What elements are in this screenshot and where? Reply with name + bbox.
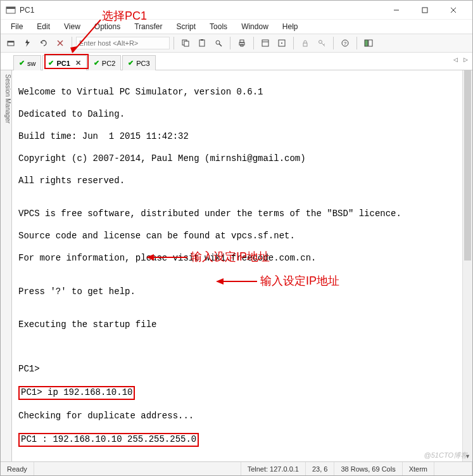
quick-connect-input[interactable]	[76, 37, 170, 49]
tab-label: PC3	[136, 60, 149, 67]
print-icon[interactable]	[234, 35, 249, 51]
check-icon: ✔	[48, 59, 54, 67]
svg-rect-30	[369, 40, 372, 46]
paste-icon[interactable]	[194, 35, 210, 51]
quick-connect-icon[interactable]	[20, 35, 35, 51]
tab-pc1[interactable]: ✔PC1✕	[42, 55, 86, 70]
app-icon	[6, 5, 16, 15]
terminal-prompt: PC1>	[18, 364, 456, 375]
tab-sw[interactable]: ✔sw	[13, 55, 41, 70]
svg-point-22	[281, 42, 282, 44]
properties-icon[interactable]	[258, 35, 273, 51]
key-icon[interactable]	[314, 35, 329, 51]
watermark: @51CTO博客	[424, 451, 467, 460]
terminal-line: Executing the startup file	[18, 319, 456, 331]
find-icon[interactable]	[211, 35, 226, 51]
menu-options[interactable]: Options	[88, 21, 127, 32]
terminal-line: All rights reserved.	[18, 176, 456, 187]
session-manager-sidebar[interactable]: Session Manager	[1, 70, 12, 461]
status-size: 38 Rows, 69 Cols	[334, 462, 402, 475]
terminal-line: For more information, please visit wiki.…	[18, 253, 456, 264]
tab-pc2[interactable]: ✔PC2	[88, 55, 121, 70]
highlighted-command: PC1> ip 192.168.10.10	[18, 386, 135, 400]
menu-view[interactable]: View	[58, 21, 87, 32]
status-cursor: 23, 6	[306, 462, 334, 475]
menu-file[interactable]: File	[4, 21, 29, 32]
reconnect-icon[interactable]	[36, 35, 51, 51]
status-telnet: Telnet: 127.0.0.1	[241, 462, 306, 475]
terminal-line: Press '?' to get help.	[18, 286, 456, 298]
scroll-thumb[interactable]	[464, 70, 471, 261]
svg-rect-3	[422, 8, 427, 13]
toolbar: ?	[1, 34, 472, 53]
check-icon: ✔	[128, 59, 134, 67]
tabbar: ✔sw ✔PC1✕ ✔PC2 ✔PC3 ◁ ▷	[1, 53, 472, 70]
terminal-line	[18, 458, 456, 461]
svg-rect-12	[199, 40, 205, 46]
tab-label: sw	[27, 60, 35, 67]
tab-label: PC2	[102, 60, 115, 67]
check-icon: ✔	[19, 59, 25, 67]
svg-rect-7	[8, 41, 14, 42]
main-area: Session Manager Welcome to Virtual PC Si…	[1, 70, 472, 461]
svg-point-24	[319, 41, 322, 44]
status-ready: Ready	[1, 462, 34, 475]
terminal[interactable]: Welcome to Virtual PC Simulator, version…	[12, 70, 462, 461]
menu-help[interactable]: Help	[276, 21, 305, 32]
titlebar: PC1	[1, 1, 472, 20]
svg-line-25	[322, 43, 325, 46]
settings-icon[interactable]	[274, 35, 289, 51]
svg-line-26	[324, 44, 325, 45]
terminal-line: Dedicated to Daling.	[18, 109, 456, 120]
connect-icon[interactable]	[3, 35, 18, 51]
terminal-line: VPCS is free software, distributed under…	[18, 209, 456, 220]
menubar: File Edit View Options Transfer Script T…	[1, 20, 472, 34]
vertical-scrollbar[interactable]: ▲ ▼	[462, 70, 472, 461]
statusbar: Ready Telnet: 127.0.0.1 23, 6 38 Rows, 6…	[1, 461, 472, 475]
svg-rect-1	[6, 7, 15, 9]
svg-rect-23	[303, 43, 307, 46]
menu-transfer[interactable]: Transfer	[128, 21, 168, 32]
lock-icon[interactable]	[298, 35, 313, 51]
menu-window[interactable]: Window	[235, 21, 275, 32]
svg-rect-19	[262, 40, 268, 46]
terminal-line: Welcome to Virtual PC Simulator, version…	[18, 87, 456, 98]
help-icon[interactable]: ?	[337, 35, 353, 51]
tab-pc3[interactable]: ✔PC3	[122, 55, 155, 70]
tab-label: PC1	[56, 60, 70, 67]
menu-script[interactable]: Script	[170, 21, 202, 32]
terminal-line: Copyright (c) 2007-2014, Paul Meng (mirn…	[18, 153, 456, 165]
status-term: Xterm	[403, 462, 434, 475]
svg-rect-29	[365, 40, 368, 46]
tab-close-icon[interactable]: ✕	[75, 59, 81, 67]
close-button[interactable]	[439, 1, 467, 19]
svg-rect-11	[184, 41, 189, 46]
minimize-button[interactable]	[382, 1, 410, 19]
svg-rect-13	[201, 39, 203, 41]
svg-text:?: ?	[344, 41, 347, 46]
menu-tools[interactable]: Tools	[203, 21, 234, 32]
window-title: PC1	[20, 6, 34, 15]
svg-line-15	[219, 44, 222, 46]
menu-edit[interactable]: Edit	[30, 21, 56, 32]
maximize-button[interactable]	[410, 1, 439, 19]
terminal-line: Checking for duplicate address...	[18, 411, 456, 422]
copy-icon[interactable]	[178, 35, 193, 51]
terminal-line: Source code and license can be found at …	[18, 231, 456, 242]
tab-scroll-right-icon[interactable]: ▷	[461, 55, 470, 64]
session-manager-icon[interactable]	[361, 35, 376, 51]
check-icon: ✔	[94, 59, 99, 67]
tab-scroll-left-icon[interactable]: ◁	[451, 55, 460, 64]
terminal-line: Build time: Jun 1 2015 11:42:32	[18, 131, 456, 143]
disconnect-icon[interactable]	[53, 35, 68, 51]
highlighted-result: PC1 : 192.168.10.10 255.255.255.0	[18, 433, 199, 447]
svg-rect-17	[240, 40, 244, 42]
